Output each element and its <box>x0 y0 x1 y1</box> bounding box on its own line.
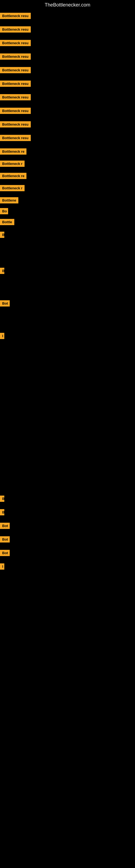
bottleneck-item-17: B <box>0 231 4 239</box>
bottleneck-badge-8[interactable]: Bottleneck resu <box>0 121 31 127</box>
bottleneck-item-24: Bot <box>0 536 10 544</box>
bottleneck-badge-21[interactable]: B <box>0 496 4 502</box>
bottleneck-badge-20[interactable]: I <box>0 333 4 339</box>
bottleneck-item-5: Bottleneck resu <box>0 81 31 88</box>
bottleneck-badge-18[interactable]: B <box>0 268 4 274</box>
bottleneck-item-23: Bot <box>0 523 10 530</box>
bottleneck-item-19: Bot <box>0 300 10 308</box>
bottleneck-badge-13[interactable]: Bottleneck r <box>0 185 25 191</box>
bottleneck-badge-26[interactable]: I <box>0 563 4 569</box>
bottleneck-badge-23[interactable]: Bot <box>0 523 10 529</box>
bottleneck-item-9: Bottleneck resu <box>0 135 31 142</box>
bottleneck-item-0: Bottleneck resu <box>0 13 31 20</box>
bottleneck-item-21: B <box>0 496 4 503</box>
bottleneck-badge-16[interactable]: Bottle <box>0 219 14 225</box>
bottleneck-item-8: Bottleneck resu <box>0 121 31 129</box>
bottleneck-badge-3[interactable]: Bottleneck resu <box>0 54 31 60</box>
bottleneck-item-7: Bottleneck resu <box>0 108 31 115</box>
bottleneck-badge-24[interactable]: Bot <box>0 536 10 542</box>
bottleneck-item-1: Bottleneck resu <box>0 26 31 34</box>
bottleneck-badge-5[interactable]: Bottleneck resu <box>0 81 31 87</box>
bottleneck-badge-25[interactable]: Bot <box>0 550 10 556</box>
bottleneck-item-18: B <box>0 268 4 275</box>
items-container: Bottleneck resuBottleneck resuBottleneck… <box>0 10 135 865</box>
bottleneck-item-22: B <box>0 509 4 517</box>
bottleneck-item-3: Bottleneck resu <box>0 54 31 61</box>
bottleneck-item-10: Bottleneck re <box>0 148 27 156</box>
bottleneck-badge-19[interactable]: Bot <box>0 300 10 307</box>
bottleneck-badge-15[interactable]: Bo <box>0 208 8 214</box>
bottleneck-item-11: Bottleneck r <box>0 161 25 168</box>
bottleneck-badge-11[interactable]: Bottleneck r <box>0 161 25 167</box>
bottleneck-item-16: Bottle <box>0 219 14 226</box>
bottleneck-badge-10[interactable]: Bottleneck re <box>0 148 27 155</box>
bottleneck-badge-7[interactable]: Bottleneck resu <box>0 108 31 114</box>
bottleneck-item-15: Bo <box>0 208 8 215</box>
bottleneck-badge-0[interactable]: Bottleneck resu <box>0 13 31 19</box>
bottleneck-item-26: I <box>0 563 4 571</box>
bottleneck-badge-14[interactable]: Bottlene <box>0 197 18 204</box>
bottleneck-badge-2[interactable]: Bottleneck resu <box>0 40 31 46</box>
bottleneck-badge-17[interactable]: B <box>0 231 4 238</box>
bottleneck-item-14: Bottlene <box>0 197 18 205</box>
bottleneck-item-20: I <box>0 333 4 340</box>
bottleneck-badge-6[interactable]: Bottleneck resu <box>0 94 31 100</box>
bottleneck-badge-22[interactable]: B <box>0 509 4 516</box>
bottleneck-badge-12[interactable]: Bottleneck re <box>0 173 27 179</box>
bottleneck-item-6: Bottleneck resu <box>0 94 31 101</box>
bottleneck-badge-4[interactable]: Bottleneck resu <box>0 67 31 73</box>
bottleneck-item-4: Bottleneck resu <box>0 67 31 74</box>
bottleneck-item-2: Bottleneck resu <box>0 40 31 47</box>
bottleneck-badge-9[interactable]: Bottleneck resu <box>0 135 31 141</box>
bottleneck-item-12: Bottleneck re <box>0 173 27 180</box>
bottleneck-item-25: Bot <box>0 550 10 557</box>
bottleneck-item-13: Bottleneck r <box>0 185 25 192</box>
site-title: TheBottlenecker.com <box>0 0 135 10</box>
bottleneck-badge-1[interactable]: Bottleneck resu <box>0 26 31 33</box>
